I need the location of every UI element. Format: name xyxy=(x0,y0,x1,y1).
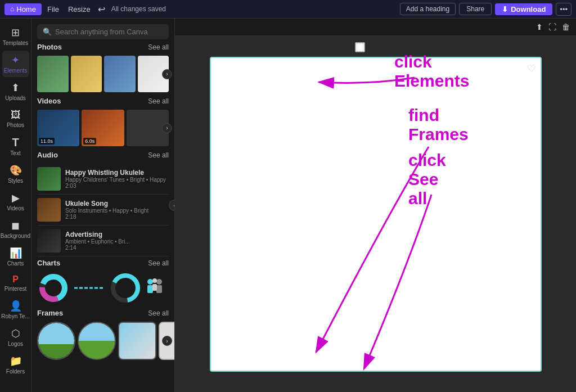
svg-rect-11 xyxy=(152,284,157,291)
videos-see-all[interactable]: See all xyxy=(148,97,169,105)
charts-section-header: Charts See all xyxy=(37,259,169,267)
videos-icon: ▶ xyxy=(12,192,20,204)
resize-button[interactable]: Resize xyxy=(65,3,94,15)
photo-thumb-1[interactable] xyxy=(37,56,69,92)
robyn-label: Robyn Te... xyxy=(1,313,29,319)
audio-item-1[interactable]: Happy Whistling Ukulele Happy Childrens'… xyxy=(37,164,169,195)
audio-duration-3: 2:14 xyxy=(65,245,169,251)
elements-label: Elements xyxy=(4,67,28,74)
sidebar-item-photos[interactable]: 🖼 Photos xyxy=(2,106,29,132)
search-input-wrap[interactable]: 🔍 xyxy=(37,24,169,39)
videos-grid: 11.0s 6.0s › xyxy=(37,110,169,146)
sidebar-item-logos[interactable]: ⬡ Logos xyxy=(2,324,29,350)
frames-see-all[interactable]: See all xyxy=(148,309,169,317)
home-icon: ⌂ xyxy=(10,5,14,13)
charts-label: Charts xyxy=(7,260,24,267)
sidebar-item-templates[interactable]: ⊞ Templates xyxy=(2,23,29,49)
video-thumb-2[interactable]: 6.0s xyxy=(82,110,124,146)
home-button[interactable]: ⌂ Home xyxy=(4,3,42,15)
download-label: Download xyxy=(511,5,546,13)
file-button[interactable]: File xyxy=(44,3,62,15)
audio-thumb-1 xyxy=(37,167,61,191)
search-icon: 🔍 xyxy=(43,28,52,36)
share-button[interactable]: Share xyxy=(459,3,492,15)
videos-next-arrow[interactable]: › xyxy=(162,123,172,133)
more-options-button[interactable]: ••• xyxy=(556,3,572,16)
audio-item-3[interactable]: Advertising Ambient • Euphoric • Bri... … xyxy=(37,226,169,256)
frame-rect-1[interactable] xyxy=(118,322,156,360)
frame-circle-1[interactable] xyxy=(37,322,75,360)
sidebar-item-styles[interactable]: 🎨 Styles xyxy=(2,161,29,187)
svg-rect-9 xyxy=(156,285,162,293)
sidebar-item-robyn[interactable]: 👤 Robyn Te... xyxy=(2,296,29,323)
sidebar-item-videos[interactable]: ▶ Videos xyxy=(2,188,29,215)
charts-title: Charts xyxy=(37,259,60,267)
photos-grid: › xyxy=(37,56,169,92)
heart-button[interactable]: ♡ xyxy=(527,62,536,75)
charts-grid xyxy=(37,272,169,304)
photo-thumb-3[interactable] xyxy=(104,56,136,92)
sidebar-item-pinterest[interactable]: P Pinterest xyxy=(2,271,29,295)
main-layout: ⊞ Templates ✦ Elements ⬆ Uploads 🖼 Photo… xyxy=(0,19,576,392)
sidebar-item-elements[interactable]: ✦ Elements xyxy=(2,51,29,77)
audio-duration-1: 2:03 xyxy=(65,183,169,189)
chart-people[interactable] xyxy=(145,272,169,304)
audio-meta-2: Solo Instruments • Happy • Bright xyxy=(65,208,169,214)
audio-meta-1: Happy Childrens' Tunes • Bright • Happy xyxy=(65,177,169,183)
photos-label: Photos xyxy=(7,122,24,128)
pinterest-label: Pinterest xyxy=(4,286,26,292)
audio-thumb-3 xyxy=(37,229,61,253)
audio-item-2[interactable]: Ukulele Song Solo Instruments • Happy • … xyxy=(37,195,169,226)
chart-donut2[interactable] xyxy=(109,272,142,304)
video-thumb-1[interactable]: 11.0s xyxy=(37,110,79,146)
photos-section-header: Photos See all xyxy=(37,43,169,51)
video-duration-2: 6.0s xyxy=(83,138,96,145)
svg-rect-7 xyxy=(147,285,153,293)
audio-title: Audio xyxy=(37,151,58,159)
home-label: Home xyxy=(16,5,36,13)
templates-label: Templates xyxy=(3,40,29,46)
audio-thumb-2 xyxy=(37,198,61,222)
audio-see-all[interactable]: See all xyxy=(148,151,169,159)
canvas-frame: ♡ xyxy=(210,57,542,372)
chart-line[interactable] xyxy=(73,272,106,304)
topbar: ⌂ Home File Resize ↩ All changes saved A… xyxy=(0,0,576,19)
undo-button[interactable]: ↩ xyxy=(96,2,107,16)
canvas-upload-icon[interactable]: ⬆ xyxy=(534,21,544,33)
audio-info-3: Advertising Ambient • Euphoric • Bri... … xyxy=(65,231,169,251)
canvas-area: ⬆ ⛶ 🗑 ♡ click Elements find Frames click… xyxy=(175,19,576,392)
audio-duration-2: 2:18 xyxy=(65,214,169,220)
videos-title: Videos xyxy=(37,97,61,105)
chart-donut[interactable] xyxy=(37,272,70,304)
sidebar-item-text[interactable]: T Text xyxy=(2,133,29,160)
audio-title-1: Happy Whistling Ukulele xyxy=(65,169,169,177)
photos-see-all[interactable]: See all xyxy=(148,43,169,51)
add-heading-button[interactable]: Add a heading xyxy=(400,3,456,15)
svg-point-8 xyxy=(156,279,162,285)
text-icon: T xyxy=(12,136,19,149)
frames-title: Frames xyxy=(37,309,63,317)
audio-info-2: Ukulele Song Solo Instruments • Happy • … xyxy=(65,200,169,220)
background-icon: ◼ xyxy=(11,219,20,232)
sidebar-item-charts[interactable]: 📊 Charts xyxy=(2,244,29,270)
charts-icon: 📊 xyxy=(10,247,22,259)
svg-point-10 xyxy=(152,278,157,283)
styles-icon: 🎨 xyxy=(10,164,22,177)
charts-see-all[interactable]: See all xyxy=(148,259,169,267)
sidebar-item-folders[interactable]: 📁 Folders xyxy=(2,352,29,378)
photos-next-arrow[interactable]: › xyxy=(162,69,172,79)
canvas-fullscreen-icon[interactable]: ⛶ xyxy=(547,21,558,33)
download-icon: ⬇ xyxy=(502,5,508,13)
canvas-checkbox[interactable] xyxy=(355,42,365,52)
sidebar-item-background[interactable]: ◼ Background xyxy=(2,216,29,242)
photo-thumb-2[interactable] xyxy=(71,56,102,92)
frames-next-arrow[interactable]: › xyxy=(162,336,172,346)
canvas-delete-icon[interactable]: 🗑 xyxy=(560,21,572,33)
frames-grid: › xyxy=(37,322,169,360)
topbar-right: Add a heading Share ⬇ Download ••• xyxy=(400,3,572,16)
logos-label: Logos xyxy=(8,341,23,347)
download-button[interactable]: ⬇ Download xyxy=(495,3,552,15)
frame-circle-2[interactable] xyxy=(78,322,116,360)
sidebar-item-uploads[interactable]: ⬆ Uploads xyxy=(2,78,29,105)
search-input[interactable] xyxy=(55,28,163,36)
